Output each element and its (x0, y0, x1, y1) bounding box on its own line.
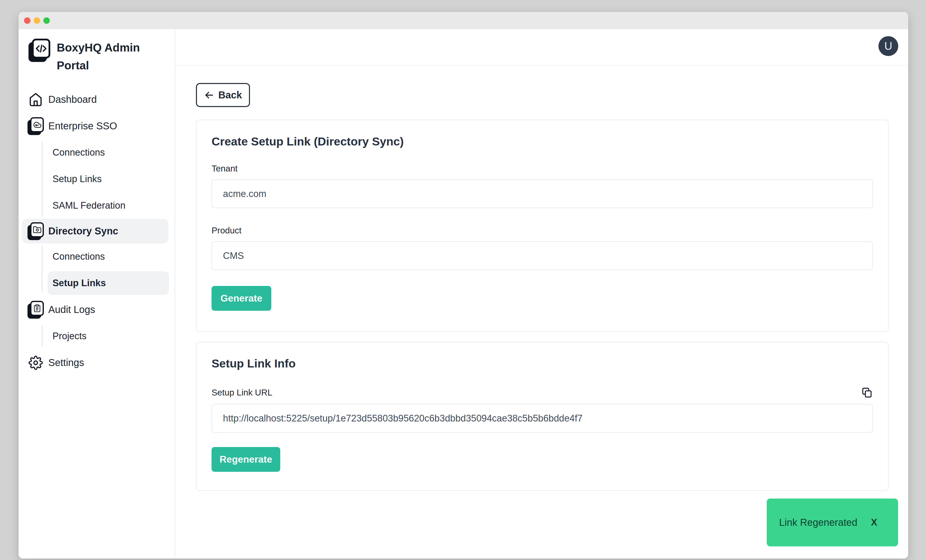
generate-button[interactable]: Generate (212, 286, 271, 311)
product-input[interactable] (212, 241, 873, 270)
back-button[interactable]: Back (196, 83, 250, 107)
toast-message: Link Regenerated (779, 517, 857, 528)
toast-link-regenerated: Link Regenerated X (767, 498, 898, 546)
copy-clipboard-icon[interactable] (861, 386, 873, 398)
tenant-input[interactable] (212, 179, 873, 208)
sidebar-item-audit-logs[interactable]: Audit Logs (18, 297, 175, 323)
app-window: BoxyHQ Admin Portal Dashboard (18, 12, 908, 558)
app-title: BoxyHQ Admin Portal (57, 39, 163, 74)
back-button-label: Back (218, 89, 242, 101)
sidebar-subgroup-audit-logs: Projects (18, 323, 175, 350)
toast-close-button[interactable]: X (871, 517, 877, 528)
sidebar-item-label: Settings (48, 357, 84, 368)
sidebar-item-label: Setup Links (53, 278, 106, 288)
setup-link-info-card: Setup Link Info Setup Link URL Regenerat… (196, 342, 888, 491)
sidebar-item-label: Directory Sync (48, 226, 118, 237)
gear-icon (27, 354, 44, 372)
close-window-icon[interactable] (24, 17, 30, 24)
sidebar-item-dashboard[interactable]: Dashboard (18, 86, 175, 113)
code-key-icon (29, 39, 50, 62)
sidebar-item-projects[interactable]: Projects (18, 323, 175, 350)
regenerate-button[interactable]: Regenerate (212, 447, 280, 472)
card-title: Setup Link Info (212, 357, 873, 370)
folder-sync-key-icon (27, 222, 44, 240)
sso-cloud-key-icon (27, 117, 44, 135)
setup-link-url-input[interactable] (212, 404, 873, 433)
sidebar-item-label: Connections (53, 251, 105, 262)
sidebar-item-settings[interactable]: Settings (18, 350, 175, 376)
sidebar-item-saml-federation[interactable]: SAML Federation (18, 192, 175, 219)
sidebar-item-label: SAML Federation (53, 200, 126, 211)
clipboard-key-icon (27, 301, 44, 319)
maximize-window-icon[interactable] (43, 17, 50, 24)
card-title: Create Setup Link (Directory Sync) (212, 135, 873, 148)
sidebar-item-label: Setup Links (53, 174, 102, 185)
create-setup-link-card: Create Setup Link (Directory Sync) Tenan… (196, 120, 888, 332)
sidebar-item-label: Connections (53, 147, 105, 158)
sidebar-item-dsync-setup-links[interactable]: Setup Links (48, 271, 169, 295)
product-label: Product (212, 226, 873, 235)
setup-link-url-label: Setup Link URL (212, 387, 272, 398)
top-header: U (176, 29, 908, 66)
sidebar-item-directory-sync[interactable]: Directory Sync (22, 219, 168, 243)
url-label-row: Setup Link URL (212, 386, 873, 398)
tenant-label: Tenant (212, 163, 873, 174)
sidebar-item-label: Enterprise SSO (48, 120, 117, 132)
main-content: U Back Create Setup Link (Directory Sync… (176, 29, 908, 558)
avatar-initial: U (884, 40, 892, 52)
sidebar-subgroup-directory-sync: Connections Setup Links (18, 243, 175, 295)
sidebar-subgroup-enterprise-sso: Connections Setup Links SAML Federation (18, 139, 175, 219)
home-icon (27, 91, 44, 109)
sidebar: BoxyHQ Admin Portal Dashboard (18, 29, 175, 558)
window-titlebar (18, 12, 908, 29)
avatar[interactable]: U (878, 36, 898, 56)
sidebar-item-sso-connections[interactable]: Connections (18, 139, 175, 166)
sidebar-item-label: Dashboard (48, 94, 97, 105)
sidebar-nav: Dashboard Enterpr (18, 86, 175, 376)
sidebar-item-enterprise-sso[interactable]: Enterprise SSO (18, 113, 175, 139)
minimize-window-icon[interactable] (34, 17, 40, 24)
brand: BoxyHQ Admin Portal (29, 39, 163, 74)
sidebar-item-label: Audit Logs (48, 304, 95, 315)
sidebar-item-label: Projects (53, 331, 86, 342)
sidebar-item-dsync-connections[interactable]: Connections (18, 243, 175, 270)
sidebar-item-sso-setup-links[interactable]: Setup Links (18, 166, 175, 192)
arrow-left-icon (204, 90, 214, 100)
